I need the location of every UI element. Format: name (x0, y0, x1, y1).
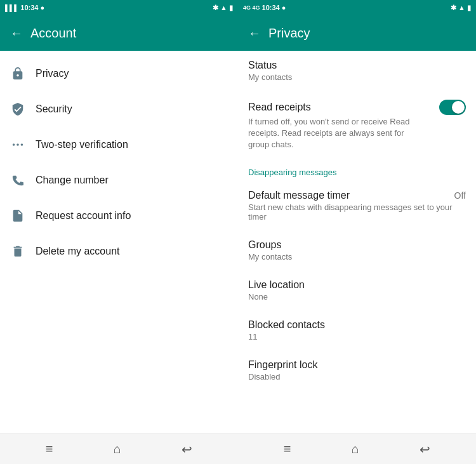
blocked-contacts-count: 11 (248, 332, 257, 341)
menu-item-two-step[interactable]: Two-step verification (0, 127, 238, 162)
status-right: ✱ ▲ ▮ (213, 4, 233, 12)
two-step-label: Two-step verification (36, 139, 128, 150)
privacy-item-live-location[interactable]: Live location None (238, 270, 476, 310)
signal-icon: ▌▌▌ (5, 4, 18, 11)
default-timer-label: Default message timer (248, 190, 350, 201)
default-timer-sub: Start new chats with disappearing messag… (248, 202, 466, 222)
change-number-label: Change number (36, 175, 109, 186)
privacy-battery-icon: ▮ (467, 4, 471, 12)
svg-point-2 (21, 143, 23, 146)
privacy-home-nav-icon[interactable]: ⌂ (352, 442, 359, 456)
account-back-button[interactable]: ← (10, 26, 23, 41)
privacy-item-status[interactable]: Status My contacts (238, 51, 476, 91)
menu-item-request-info[interactable]: Request account info (0, 198, 238, 234)
privacy-item-fingerprint-lock[interactable]: Fingerprint lock Disabled (238, 350, 476, 390)
blocked-contacts-label: Blocked contacts (248, 319, 325, 331)
privacy-back-button[interactable]: ← (248, 26, 261, 41)
svg-point-1 (17, 143, 19, 146)
signal-4g-icon: 4G 4G (243, 4, 260, 11)
status-privacy-label: Status (248, 60, 277, 71)
status-privacy-sub: My contacts (248, 72, 292, 82)
delete-account-label: Delete my account (36, 246, 120, 257)
menu-item-security[interactable]: Security (0, 91, 238, 127)
privacy-title: Privacy (268, 26, 310, 41)
account-title: Account (30, 26, 76, 41)
account-bottom-nav: ≡ ⌂ ↩ (0, 434, 238, 464)
privacy-back-nav-icon[interactable]: ↩ (420, 442, 430, 457)
read-receipts-toggle[interactable] (439, 100, 466, 115)
account-header: ← Account (0, 15, 238, 51)
bluetooth-icon: ✱ (213, 4, 218, 12)
privacy-wifi-icon: ▲ (458, 4, 465, 11)
privacy-status-time: 10:34 (262, 4, 280, 11)
privacy-bluetooth-icon: ✱ (451, 4, 456, 12)
privacy-label: Privacy (36, 68, 69, 79)
account-menu-list: Privacy Security Two-step verification C… (0, 51, 238, 434)
file-icon (10, 208, 25, 223)
read-receipts-row: Read receipts (248, 100, 466, 115)
privacy-panel: 4G 4G 10:34 ● ✱ ▲ ▮ ← Privacy Status My … (238, 0, 476, 464)
groups-sub: My contacts (248, 252, 292, 262)
dot-icon: ● (40, 4, 44, 11)
svg-point-0 (13, 143, 15, 146)
privacy-menu-nav-icon[interactable]: ≡ (284, 442, 291, 456)
status-left: ▌▌▌ 10:34 ● (5, 4, 44, 11)
trash-icon (10, 244, 25, 259)
groups-label: Groups (248, 239, 281, 251)
dots-icon (10, 137, 25, 152)
fingerprint-lock-label: Fingerprint lock (248, 359, 317, 371)
privacy-status-left: 4G 4G 10:34 ● (243, 4, 286, 11)
status-time: 10:34 (20, 4, 38, 11)
security-label: Security (36, 103, 72, 115)
default-timer-value: Off (454, 190, 466, 201)
menu-item-change-number[interactable]: Change number (0, 162, 238, 198)
phone-edit-icon (10, 173, 25, 188)
fingerprint-lock-status: Disabled (248, 372, 281, 381)
privacy-item-blocked-contacts[interactable]: Blocked contacts 11 (238, 310, 476, 350)
home-nav-icon[interactable]: ⌂ (114, 442, 121, 456)
battery-icon: ▮ (229, 4, 233, 12)
shield-icon (10, 102, 25, 117)
default-timer-row: Default message timer Off (248, 190, 466, 201)
privacy-list: Status My contacts Read receipts If turn… (238, 51, 476, 434)
privacy-bottom-nav: ≡ ⌂ ↩ (238, 434, 476, 464)
live-location-sub: None (248, 292, 268, 302)
privacy-dot-icon: ● (282, 4, 286, 11)
privacy-item-default-timer[interactable]: Default message timer Off Start new chat… (238, 181, 476, 230)
read-receipts-label: Read receipts (248, 102, 311, 113)
menu-item-delete-account[interactable]: Delete my account (0, 234, 238, 269)
account-status-bar: ▌▌▌ 10:34 ● ✱ ▲ ▮ (0, 0, 238, 15)
read-receipts-sub: If turned off, you won't send or receive… (248, 116, 426, 151)
privacy-status-right: ✱ ▲ ▮ (451, 4, 471, 12)
lock-icon (10, 66, 25, 81)
back-nav-icon[interactable]: ↩ (182, 442, 192, 457)
privacy-item-groups[interactable]: Groups My contacts (238, 230, 476, 270)
wifi-icon: ▲ (220, 4, 227, 11)
privacy-header: ← Privacy (238, 15, 476, 51)
request-info-label: Request account info (36, 210, 131, 222)
menu-item-privacy[interactable]: Privacy (0, 56, 238, 91)
live-location-label: Live location (248, 279, 305, 291)
privacy-status-bar: 4G 4G 10:34 ● ✱ ▲ ▮ (238, 0, 476, 15)
disappearing-messages-section: Disappearing messages (238, 160, 476, 181)
account-panel: ▌▌▌ 10:34 ● ✱ ▲ ▮ ← Account Privacy Secu… (0, 0, 238, 464)
privacy-item-read-receipts[interactable]: Read receipts If turned off, you won't s… (238, 91, 476, 160)
menu-nav-icon[interactable]: ≡ (46, 442, 53, 456)
